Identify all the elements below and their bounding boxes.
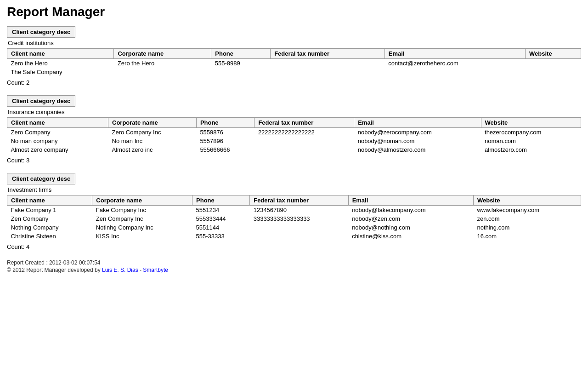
data-table: Client nameCorporate namePhoneFederal ta… [7, 48, 581, 76]
column-header: Federal tax number [254, 118, 354, 128]
category-header: Client category desc [7, 26, 75, 38]
cell-email [384, 68, 525, 76]
column-header: Client name [7, 49, 114, 59]
table-row: Fake Company 1Fake Company Inc5551234123… [7, 206, 581, 215]
cell-corporate_name: Fake Company Inc [92, 206, 192, 215]
cell-federal_tax [250, 232, 348, 241]
column-header: Email [384, 49, 525, 59]
cell-federal_tax [271, 59, 385, 68]
cell-client_name: Fake Company 1 [7, 206, 92, 215]
cell-client_name: Nothing Company [7, 223, 92, 232]
cell-website [526, 59, 581, 68]
count-label: Count: 3 [7, 157, 581, 164]
column-header: Federal tax number [271, 49, 385, 59]
author-link[interactable]: Luis E. S. Dias [102, 267, 138, 273]
cell-website: zen.com [473, 214, 581, 223]
cell-phone: 5551144 [192, 223, 250, 232]
section-credit-institutions: Client category descCredit institutionsC… [7, 26, 581, 86]
table-row: Zero CompanyZero Company Inc555987622222… [7, 128, 581, 137]
column-header: Phone [211, 49, 271, 59]
cell-client_name: Zen Company [7, 214, 92, 223]
cell-federal_tax: 22222222222222222 [254, 128, 354, 137]
table-row: Zen CompanyZen Company Inc55533344433333… [7, 214, 581, 223]
table-row: Zero the HeroZero the Hero555-8989contac… [7, 59, 581, 68]
cell-phone: 555333444 [192, 214, 250, 223]
cell-email: nobody@noman.com [354, 137, 481, 145]
cell-client_name: Almost zero company [7, 145, 108, 154]
column-header: Email [354, 118, 481, 128]
cell-email: nobody@fakecompany.com [348, 206, 473, 215]
cell-client_name: No man company [7, 137, 108, 145]
cell-website: thezerocompany.com [481, 128, 581, 137]
category-label: Insurance companies [7, 109, 581, 115]
report-created: Report Created : 2012-03-02 00:07:54 [7, 259, 581, 266]
cell-federal_tax [254, 145, 354, 154]
cell-corporate_name: Zen Company Inc [92, 214, 192, 223]
column-header: Client name [7, 196, 92, 206]
cell-website: almostzero.com [481, 145, 581, 154]
table-row: Christine SixteenKISS Inc555-33333chisti… [7, 232, 581, 241]
copyright-text: © 2012 Report Manager developed by [7, 267, 102, 273]
count-label: Count: 4 [7, 243, 581, 250]
category-label: Investment firms [7, 186, 581, 193]
table-row: No man companyNo man Inc5557896nobody@no… [7, 137, 581, 145]
column-header: Corporate name [92, 196, 192, 206]
cell-phone: 555-8989 [211, 59, 271, 68]
category-header: Client category desc [7, 173, 75, 184]
cell-federal_tax: 33333333333333333 [250, 214, 348, 223]
cell-corporate_name: Zero the Hero [114, 59, 211, 68]
column-header: Phone [192, 196, 250, 206]
section-insurance-companies: Client category descInsurance companiesC… [7, 95, 581, 164]
cell-website: noman.com [481, 137, 581, 145]
cell-phone: 555666666 [196, 145, 254, 154]
count-label: Count: 2 [7, 79, 581, 86]
category-label: Credit institutions [7, 40, 581, 46]
cell-email: nobody@zerocompany.com [354, 128, 481, 137]
cell-corporate_name: Zero Company Inc [108, 128, 197, 137]
column-header: Website [481, 118, 581, 128]
cell-email: chistine@kiss.com [348, 232, 473, 241]
column-header: Website [526, 49, 581, 59]
column-header: Email [348, 196, 473, 206]
cell-website: 16.com [473, 232, 581, 241]
table-row: Almost zero companyAlmost zero inc555666… [7, 145, 581, 154]
cell-corporate_name: No man Inc [108, 137, 197, 145]
cell-phone: 5551234 [192, 206, 250, 215]
cell-client_name: Christine Sixteen [7, 232, 92, 241]
cell-federal_tax [250, 223, 348, 232]
cell-federal_tax: 1234567890 [250, 206, 348, 215]
column-header: Website [473, 196, 581, 206]
cell-email: contact@zerothehero.com [384, 59, 525, 68]
column-header: Phone [196, 118, 254, 128]
cell-email: nobody@zen.com [348, 214, 473, 223]
separator: - [138, 267, 143, 273]
cell-federal_tax [254, 137, 354, 145]
column-header: Federal tax number [250, 196, 348, 206]
data-table: Client nameCorporate namePhoneFederal ta… [7, 195, 581, 241]
cell-client_name: Zero Company [7, 128, 108, 137]
table-row: Nothing CompanyNotinhg Company Inc555114… [7, 223, 581, 232]
cell-email: nobody@nothing.com [348, 223, 473, 232]
cell-phone [211, 68, 271, 76]
category-header: Client category desc [7, 95, 75, 107]
cell-email: nobody@almostzero.com [354, 145, 481, 154]
cell-phone: 5557896 [196, 137, 254, 145]
data-table: Client nameCorporate namePhoneFederal ta… [7, 117, 581, 154]
cell-website: www.fakecompany.com [473, 206, 581, 215]
table-row: The Safe Company [7, 68, 581, 76]
cell-website [526, 68, 581, 76]
cell-corporate_name [114, 68, 211, 76]
column-header: Corporate name [108, 118, 197, 128]
cell-client_name: The Safe Company [7, 68, 114, 76]
column-header: Corporate name [114, 49, 211, 59]
cell-phone: 5559876 [196, 128, 254, 137]
cell-federal_tax [271, 68, 385, 76]
cell-corporate_name: KISS Inc [92, 232, 192, 241]
page-title: Report Manager [7, 5, 581, 19]
column-header: Client name [7, 118, 108, 128]
cell-phone: 555-33333 [192, 232, 250, 241]
cell-client_name: Zero the Hero [7, 59, 114, 68]
cell-website: nothing.com [473, 223, 581, 232]
company-link[interactable]: Smartbyte [143, 267, 168, 273]
cell-corporate_name: Notinhg Company Inc [92, 223, 192, 232]
